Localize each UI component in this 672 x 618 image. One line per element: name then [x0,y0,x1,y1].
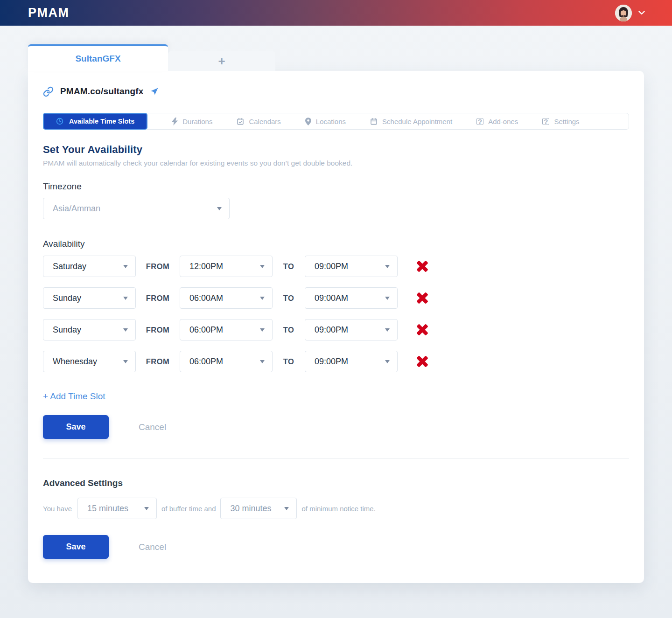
from-label: FROM [136,262,180,271]
day-select[interactable]: Sunday [43,319,136,340]
from-time-select[interactable]: 06:00PM [180,319,273,340]
add-page-tab[interactable]: + [168,51,275,71]
advanced-actions: Save Cancel [43,535,629,559]
tab-sultangfx[interactable]: SultanGFX [28,44,168,71]
from-time-value: 06:00AM [189,293,223,303]
app-logo: PMAM [28,6,70,20]
link-icon [43,86,54,97]
time-slot-row: Sunday FROM 06:00AM TO 09:00AM [43,287,629,309]
app-header: PMAM [0,0,672,26]
from-label: FROM [136,357,180,366]
delete-slot-icon[interactable] [415,291,429,305]
delete-slot-icon[interactable] [415,323,429,337]
nav-available-time-slots[interactable]: Available Time Slots [43,113,147,130]
to-time-select[interactable]: 09:00PM [305,351,398,372]
nav-durations[interactable]: Durations [172,118,212,125]
page-title: Set Your Availability [43,144,629,156]
plus-icon: + [218,55,225,67]
nav-schedule-appointment[interactable]: Schedule Appointment [370,118,452,125]
nav-label: Settings [554,118,579,125]
advanced-settings-title: Advanced Settings [43,478,629,488]
caret-down-icon [260,360,265,363]
calendar-check-icon [237,118,244,125]
settings-nav: Available Time Slots Durations Calendars… [43,113,629,130]
map-pin-icon [305,118,311,125]
save-button[interactable]: Save [43,535,109,559]
caret-down-icon [260,328,265,332]
delete-slot-icon[interactable] [415,259,429,273]
to-time-value: 09:00PM [315,357,348,367]
caret-down-icon [284,507,289,510]
caret-down-icon [385,328,390,332]
day-value: Sunday [53,325,81,335]
buffer-prefix-text: You have [43,505,72,513]
time-slot-row: Saturday FROM 12:00PM TO 09:00PM [43,256,629,277]
to-time-value: 09:00PM [315,262,348,271]
question-box-icon: ? [542,118,549,125]
to-time-value: 09:00AM [315,293,348,303]
to-time-select[interactable]: 09:00PM [305,319,398,340]
to-label: TO [273,326,305,334]
caret-down-icon [385,360,390,363]
to-label: TO [273,357,305,366]
time-slot-row: Whenesday FROM 06:00PM TO 09:00PM [43,351,629,372]
day-select[interactable]: Whenesday [43,351,136,372]
nav-label: Calendars [249,118,280,125]
buffer-time-value: 15 minutes [87,504,128,514]
nav-label: Add-ones [488,118,518,125]
timezone-select[interactable]: Asia/Amman [43,198,230,219]
to-time-select[interactable]: 09:00PM [305,256,398,277]
question-box-icon: ? [476,118,483,125]
availability-card: PMAM.co/sultangfx Available Time Slots D… [28,71,644,583]
nav-locations[interactable]: Locations [305,118,346,125]
caret-down-icon [123,265,128,268]
section-divider [43,458,629,458]
from-time-value: 12:00PM [189,262,223,271]
nav-calendars[interactable]: Calendars [237,118,280,125]
cancel-link[interactable]: Cancel [139,542,166,552]
day-select[interactable]: Saturday [43,256,136,277]
timezone-value: Asia/Amman [53,204,100,214]
availability-actions: Save Cancel [43,415,629,439]
from-time-select[interactable]: 12:00PM [180,256,273,277]
caret-down-icon [123,297,128,300]
nav-label: Durations [182,118,212,125]
from-time-select[interactable]: 06:00PM [180,351,273,372]
day-select[interactable]: Sunday [43,287,136,309]
timezone-label: Timezone [43,181,629,192]
availability-label: Availability [43,239,629,249]
page-subtitle: PMAM will automatically check your calen… [43,159,629,167]
to-time-select[interactable]: 09:00AM [305,287,398,309]
to-label: TO [273,294,305,303]
from-time-value: 06:00PM [189,357,223,367]
caret-down-icon [385,265,390,268]
advanced-settings-row: You have 15 minutes of buffer time and 3… [43,498,629,519]
delete-slot-icon[interactable] [415,354,429,368]
cancel-link[interactable]: Cancel [139,422,166,432]
nav-label: Schedule Appointment [382,118,452,125]
send-icon[interactable] [150,87,159,96]
notice-suffix-text: of minimum notice time. [301,505,375,513]
day-value: Saturday [53,262,86,271]
user-avatar[interactable] [615,5,632,21]
to-time-value: 09:00PM [315,325,348,335]
from-label: FROM [136,294,180,303]
booking-url: PMAM.co/sultangfx [60,86,144,97]
notice-time-value: 30 minutes [230,504,271,514]
save-button[interactable]: Save [43,415,109,439]
tab-sultangfx-label: SultanGFX [75,54,120,64]
from-time-value: 06:00PM [189,325,223,335]
nav-settings[interactable]: ? Settings [542,118,579,125]
nav-label: Available Time Slots [69,118,134,125]
nav-add-ones[interactable]: ? Add-ones [476,118,518,125]
notice-time-select[interactable]: 30 minutes [220,498,297,519]
booking-page-tabs: SultanGFX + [0,26,672,71]
add-time-slot-link[interactable]: + Add Time Slot [43,391,105,402]
user-menu[interactable] [615,5,645,21]
buffer-time-select[interactable]: 15 minutes [77,498,157,519]
lightning-icon [172,118,178,125]
calendar-icon [370,118,378,125]
from-time-select[interactable]: 06:00AM [180,287,273,309]
caret-down-icon [123,360,128,363]
caret-down-icon [217,207,222,210]
